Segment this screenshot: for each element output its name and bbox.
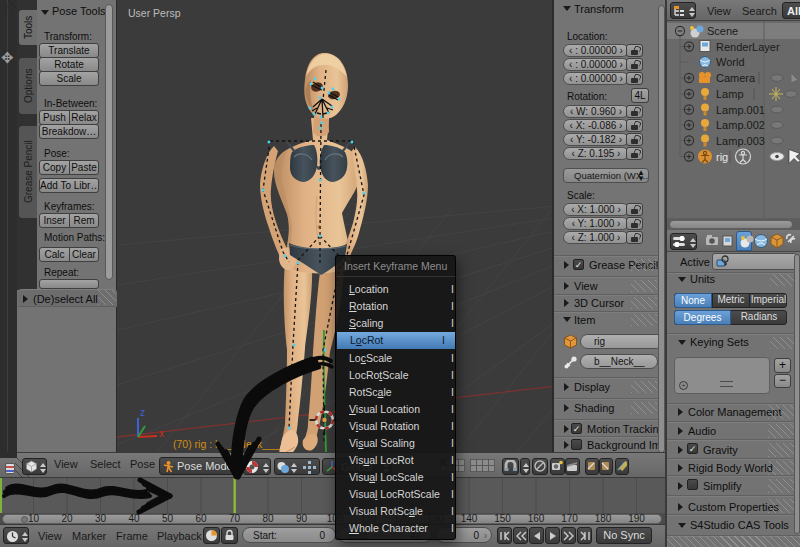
svg-text:50: 50 [162, 513, 174, 524]
svg-text:Lamp.003: Lamp.003 [716, 135, 765, 147]
svg-text:70: 70 [229, 513, 241, 524]
svg-text:Lamp.001: Lamp.001 [716, 104, 765, 116]
svg-text:rig: rig [716, 151, 728, 163]
svg-text:40: 40 [128, 513, 140, 524]
svg-text:Scene: Scene [707, 25, 738, 37]
svg-text:160: 160 [528, 513, 545, 524]
svg-text:90: 90 [296, 513, 308, 524]
svg-text:RenderLayer: RenderLayer [716, 41, 780, 53]
svg-text:User Persp: User Persp [128, 7, 181, 19]
svg-text:x: x [159, 428, 164, 439]
svg-text:150: 150 [494, 513, 511, 524]
svg-text:Lamp.002: Lamp.002 [716, 119, 765, 131]
svg-text:180: 180 [595, 513, 612, 524]
svg-text:190: 190 [628, 513, 645, 524]
svg-text:World: World [716, 56, 745, 68]
svg-text:80: 80 [262, 513, 274, 524]
svg-text:140: 140 [461, 513, 478, 524]
svg-text:10: 10 [28, 513, 40, 524]
svg-text:30: 30 [95, 513, 107, 524]
svg-text:170: 170 [561, 513, 578, 524]
svg-text:Lamp: Lamp [716, 88, 744, 100]
svg-text:z: z [140, 407, 145, 418]
svg-text:20: 20 [61, 513, 73, 524]
svg-text:(70) rig : b___Neck___: (70) rig : b___Neck___ [173, 438, 280, 450]
svg-text:Camera: Camera [716, 72, 756, 84]
svg-text:60: 60 [195, 513, 207, 524]
